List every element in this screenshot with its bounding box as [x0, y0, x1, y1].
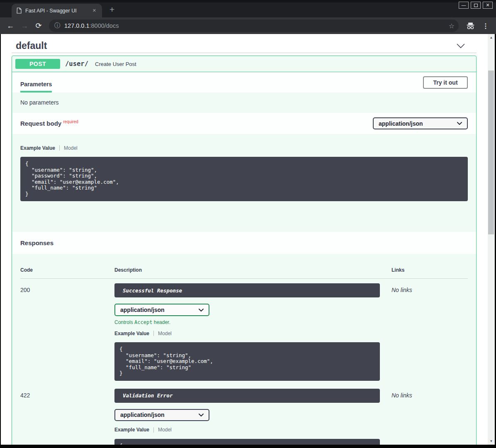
- maximize-icon: [474, 4, 478, 7]
- opblock-post-user: POST /user/ Create User Post Parameters …: [12, 56, 477, 445]
- browser-window: Fast API - Swagger UI ✕ + — ✕ ← → ⟳ ⓘ 12…: [0, 0, 496, 448]
- maximize-button[interactable]: [471, 2, 481, 9]
- response-content-type-select[interactable]: application/json: [114, 304, 209, 316]
- response-links: No links: [380, 283, 468, 381]
- response-row-200: 200 Successful Response application/json…: [20, 279, 468, 381]
- tab-example-value[interactable]: Example Value: [20, 145, 55, 151]
- response-content-type-value: application/json: [120, 307, 165, 313]
- window-drag-strip: [0, 0, 496, 2]
- tab-close-icon[interactable]: ✕: [91, 7, 98, 14]
- controls-accept-note: Controls Accept header.: [114, 319, 380, 325]
- tab-separator: [153, 331, 154, 336]
- swagger-content: default POST /user/ Create User Post Par…: [12, 34, 477, 445]
- example-model-tabs: Example Value Model: [20, 145, 468, 151]
- tab-model[interactable]: Model: [158, 331, 172, 336]
- response-content-type-select[interactable]: application/json: [114, 409, 209, 421]
- tab-title: Fast API - Swagger UI: [25, 8, 87, 14]
- spacer: [20, 201, 468, 232]
- col-code: Code: [20, 267, 114, 273]
- browser-tab[interactable]: Fast API - Swagger UI ✕: [12, 4, 102, 17]
- request-example-json: { "username": "string", "password": "str…: [20, 157, 468, 201]
- incognito-icon: [465, 22, 476, 30]
- parameters-header: Parameters Try it out: [12, 72, 476, 93]
- new-tab-button[interactable]: +: [108, 5, 116, 15]
- minimize-button[interactable]: —: [459, 2, 469, 9]
- collapse-chevron-icon[interactable]: [457, 44, 465, 49]
- url-host: 127.0.0.1: [64, 22, 89, 29]
- response-row-422: 422 Validation Error application/json Ex…: [20, 384, 468, 445]
- responses-table: Code Description Links 200 Successful Re…: [12, 254, 476, 445]
- address-bar[interactable]: ⓘ 127.0.0.1:8000/docs ☆: [49, 19, 459, 32]
- example-model-tabs: Example Value Model: [114, 427, 380, 433]
- request-content-type-select[interactable]: application/json: [373, 117, 468, 129]
- section-title: default: [16, 40, 47, 51]
- response-code: 422: [20, 389, 114, 445]
- note-prefix: Controls: [114, 319, 134, 325]
- endpoint-summary-row[interactable]: POST /user/ Create User Post: [12, 56, 476, 72]
- note-accept: Accept: [134, 319, 152, 325]
- tab-parameters[interactable]: Parameters: [20, 72, 52, 93]
- scrollbar-up-icon[interactable]: ▲: [488, 34, 495, 41]
- response-description: Successful Response: [114, 283, 380, 297]
- chevron-down-icon: [199, 309, 204, 312]
- tab-model[interactable]: Model: [64, 145, 78, 151]
- responses-table-head: Code Description Links: [20, 267, 468, 279]
- window-bottom-edge: [0, 445, 496, 448]
- example-model-tabs: Example Value Model: [114, 330, 380, 336]
- request-body-example-section: Example Value Model { "username": "strin…: [12, 134, 476, 232]
- scrollbar-thumb[interactable]: [488, 71, 494, 234]
- endpoint-description: Create User Post: [95, 61, 136, 67]
- window-controls: — ✕: [459, 2, 493, 9]
- response-description-cell: Successful Response application/json Con…: [114, 283, 380, 381]
- chevron-down-icon: [199, 414, 204, 416]
- response-content-type-value: application/json: [120, 411, 165, 418]
- forward-button[interactable]: →: [18, 17, 31, 34]
- response-links: No links: [380, 389, 468, 445]
- col-links: Links: [380, 267, 468, 273]
- no-parameters-text: No parameters: [12, 93, 476, 113]
- tab-example-value[interactable]: Example Value: [114, 427, 149, 433]
- request-body-header: Request bodyrequired application/json: [12, 113, 476, 134]
- col-description: Description: [114, 267, 380, 273]
- scrollbar-down-icon[interactable]: ▼: [488, 438, 495, 445]
- response-description: Validation Error: [114, 389, 380, 403]
- note-suffix: header.: [152, 319, 170, 325]
- back-button[interactable]: ←: [4, 17, 17, 34]
- response-example-json: { "detail": [: [114, 439, 380, 445]
- tab-example-value[interactable]: Example Value: [114, 331, 149, 336]
- page-scrollbar[interactable]: ▲ ▼: [488, 34, 495, 445]
- response-description-cell: Validation Error application/json Exampl…: [114, 389, 380, 445]
- site-info-icon[interactable]: ⓘ: [54, 22, 60, 29]
- response-example-json: { "username": "string", "email": "user@e…: [114, 342, 380, 381]
- url-path: :8000/docs: [89, 22, 119, 29]
- required-flag: required: [63, 119, 78, 124]
- close-button[interactable]: ✕: [483, 2, 493, 9]
- tab-separator: [153, 427, 154, 433]
- tab-model[interactable]: Model: [158, 427, 172, 433]
- api-section-header: default: [12, 34, 477, 53]
- browser-toolbar: ← → ⟳ ⓘ 127.0.0.1:8000/docs ☆ ⋮: [0, 17, 496, 34]
- endpoint-path: /user/: [65, 60, 88, 68]
- reload-button[interactable]: ⟳: [32, 17, 45, 34]
- response-code: 200: [20, 283, 114, 381]
- responses-header: Responses: [12, 232, 476, 254]
- tab-separator: [59, 145, 60, 151]
- page-icon: [17, 7, 22, 14]
- tab-bar: Fast API - Swagger UI ✕ + — ✕: [0, 0, 496, 17]
- bookmark-star-icon[interactable]: ☆: [449, 22, 455, 30]
- url-text: 127.0.0.1:8000/docs: [64, 22, 445, 29]
- request-content-type-value: application/json: [379, 120, 423, 127]
- browser-menu-icon[interactable]: ⋮: [480, 22, 492, 30]
- request-body-label: Request body: [20, 120, 61, 127]
- chevron-down-icon: [457, 122, 462, 125]
- try-it-out-button[interactable]: Try it out: [423, 76, 468, 89]
- method-badge: POST: [15, 59, 60, 69]
- page-viewport: default POST /user/ Create User Post Par…: [0, 34, 496, 445]
